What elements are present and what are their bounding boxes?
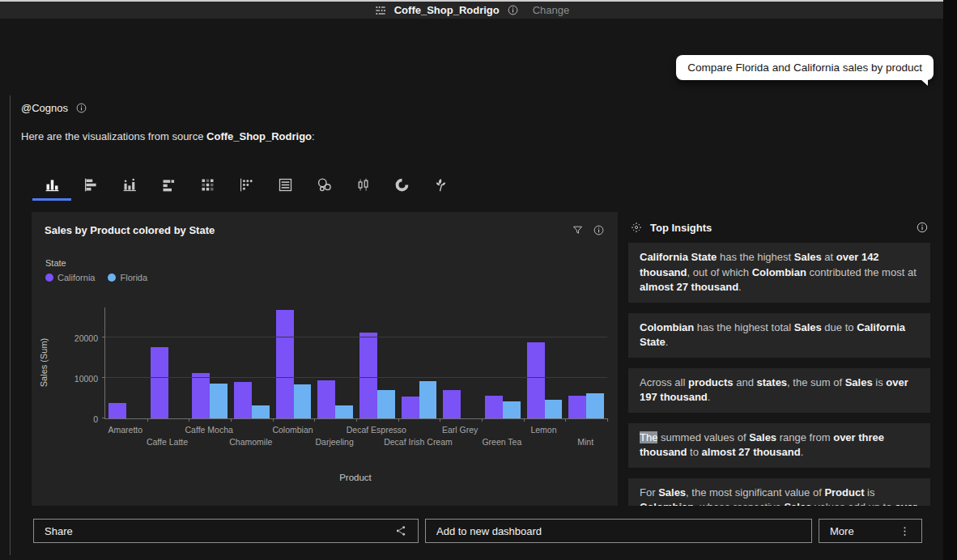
source-info-icon[interactable] <box>507 4 519 16</box>
insights-cards: California State has the highest Sales a… <box>628 243 930 506</box>
tab-table-icon[interactable] <box>266 171 304 201</box>
insight-text: . <box>801 446 804 458</box>
insights-info-icon[interactable] <box>916 221 929 234</box>
change-source-link[interactable]: Change <box>533 4 570 16</box>
insight-text: almost 27 thousand <box>640 281 738 293</box>
bar-california-darjeeling[interactable] <box>317 380 335 418</box>
insight-text: products <box>688 376 734 388</box>
insight-text: Colombian <box>640 501 694 506</box>
x-tick-label: Darjeeling <box>316 437 354 447</box>
bar-florida-mint[interactable] <box>586 393 604 418</box>
source-top-bar: Coffe_Shop_Rodrigo Change <box>0 0 943 19</box>
tab-heatmap-icon[interactable] <box>188 171 227 201</box>
insight-card[interactable]: California State has the highest Sales a… <box>628 243 930 303</box>
insight-text: , the most significant value of <box>686 486 824 498</box>
insight-card[interactable]: Across all products and states, the sum … <box>628 368 930 413</box>
bar-group-mint <box>565 308 607 418</box>
y-tick-mark <box>102 418 105 418</box>
legend-item-california[interactable]: California <box>45 273 95 282</box>
main-row: Sales by Product colored by State State … <box>32 212 930 506</box>
insight-card[interactable]: The summed values of Sales range from ov… <box>628 423 930 468</box>
bar-florida-caffe-mocha[interactable] <box>210 384 228 418</box>
bar-group-colombian <box>273 308 315 418</box>
legend-dot <box>108 274 116 282</box>
bar-california-earl-grey[interactable] <box>443 390 461 418</box>
tab-dot-plot-icon[interactable] <box>227 171 266 201</box>
bar-group-decaf-espresso <box>356 308 398 418</box>
insight-text: almost 27 thousand <box>702 446 801 458</box>
user-message-text: Compare Florida and California sales by … <box>687 62 922 74</box>
insight-text: states <box>757 376 788 388</box>
share-button-label: Share <box>45 525 73 537</box>
bar-group-amaretto <box>105 308 147 418</box>
intro-text: Here are the visualizations from source … <box>21 130 315 142</box>
add-to-dashboard-label: Add to new dashboard <box>436 525 542 537</box>
viz-tabs <box>32 171 460 201</box>
intro-source-name: Coffe_Shop_Rodrigo <box>206 130 312 142</box>
insight-text: Product <box>824 486 864 498</box>
insight-text: , whose respective <box>694 501 784 506</box>
bubble-tail <box>921 79 928 86</box>
insight-text: Sales <box>845 376 873 388</box>
bar-california-amaretto[interactable] <box>108 403 126 418</box>
bar-california-lemon[interactable] <box>527 342 545 418</box>
insight-card[interactable]: For Sales, the most significant value of… <box>628 478 930 507</box>
bar-group-caffe-mocha <box>189 308 231 418</box>
insight-text: and <box>734 376 757 388</box>
bar-florida-green-tea[interactable] <box>503 401 521 418</box>
bar-california-caffe-mocha[interactable] <box>192 373 210 418</box>
insight-text: summed values of <box>657 431 749 443</box>
gridline <box>105 377 607 378</box>
insight-text: Colombian <box>752 266 806 278</box>
bar-florida-darjeeling[interactable] <box>335 405 353 418</box>
bar-florida-lemon[interactable] <box>545 400 563 418</box>
tab-column-chart-icon[interactable] <box>32 171 71 201</box>
bar-california-chamomile[interactable] <box>234 382 252 418</box>
y-tick-label: 20000 <box>74 333 98 343</box>
bar-california-mint[interactable] <box>568 396 586 418</box>
insight-text: , out of which <box>687 266 752 278</box>
bar-california-decaf-espresso[interactable] <box>359 333 377 418</box>
sender-info-icon[interactable] <box>75 102 87 114</box>
bar-group-darjeeling <box>314 308 356 418</box>
bar-california-decaf-irish-cream[interactable] <box>402 397 419 418</box>
insight-text: due to <box>822 321 857 333</box>
bar-group-green-tea <box>482 308 524 418</box>
bar-florida-colombian[interactable] <box>294 384 312 418</box>
bar-florida-chamomile[interactable] <box>252 405 270 418</box>
bar-california-colombian[interactable] <box>276 310 294 418</box>
tab-bubble-chart-icon[interactable] <box>304 171 343 201</box>
tab-bar-chart-icon[interactable] <box>71 171 110 201</box>
bar-florida-decaf-espresso[interactable] <box>377 390 395 418</box>
data-source-icon <box>374 4 387 17</box>
y-tick-mark <box>102 377 105 378</box>
insight-card[interactable]: Colombian has the highest total Sales du… <box>628 313 930 358</box>
insight-text: to <box>687 446 702 458</box>
assistant-response: @Cognos Here are the visualizations from… <box>10 95 929 555</box>
chart-info-icon[interactable] <box>593 224 605 236</box>
x-tick-label: Green Tea <box>482 437 521 447</box>
legend-item-florida[interactable]: Florida <box>108 273 147 282</box>
legend-title: State <box>45 258 66 268</box>
bar-california-caffe-latte[interactable] <box>151 347 168 418</box>
right-scroll-strip[interactable] <box>943 0 957 560</box>
share-button[interactable]: Share <box>33 519 419 543</box>
tab-pie-chart-icon[interactable] <box>382 171 421 201</box>
y-axis-label: Sales (Sum) <box>39 326 49 399</box>
legend-label: Florida <box>120 273 147 282</box>
tab-tree-diagram-icon[interactable] <box>421 171 460 201</box>
insight-text: Sales <box>784 501 811 506</box>
insight-text: . <box>738 281 742 293</box>
more-button[interactable]: More <box>819 519 922 543</box>
insights-header: Top Insights <box>628 212 930 243</box>
tab-column-point-chart-icon[interactable] <box>110 171 149 201</box>
tab-stacked-bar-chart-icon[interactable] <box>149 171 188 201</box>
legend: CaliforniaFlorida <box>45 273 147 282</box>
bar-california-green-tea[interactable] <box>485 396 503 418</box>
tab-box-plot-icon[interactable] <box>343 171 382 201</box>
insight-text: For <box>640 486 658 498</box>
share-icon <box>394 524 407 537</box>
bar-florida-decaf-irish-cream[interactable] <box>419 381 437 418</box>
filter-icon[interactable] <box>572 224 584 236</box>
add-to-dashboard-button[interactable]: Add to new dashboard <box>425 519 812 543</box>
